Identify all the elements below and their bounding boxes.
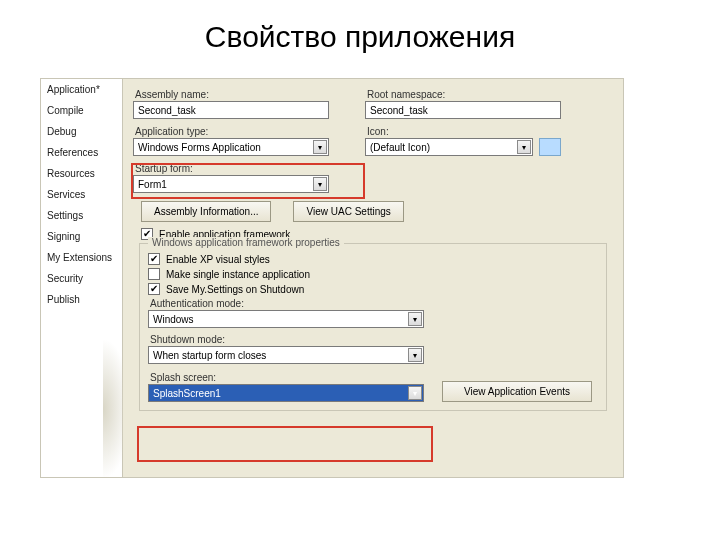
single-instance-checkbox[interactable]: Make single instance application — [148, 268, 598, 280]
tab-publish[interactable]: Publish — [41, 289, 122, 310]
shutdown-mode-combo[interactable]: When startup form closes ▾ — [148, 346, 424, 364]
framework-properties-fieldset: Windows application framework properties… — [139, 243, 607, 411]
tab-compile[interactable]: Compile — [41, 100, 122, 121]
application-type-combo[interactable]: Windows Forms Application ▾ — [133, 138, 329, 156]
page-title: Свойство приложения — [0, 0, 720, 70]
tab-services[interactable]: Services — [41, 184, 122, 205]
splash-screen-combo[interactable]: SplashScreen1 ▾ — [148, 384, 424, 402]
shutdown-mode-label: Shutdown mode: — [150, 334, 598, 345]
chevron-down-icon: ▾ — [313, 140, 327, 154]
auth-mode-label: Authentication mode: — [150, 298, 598, 309]
tab-security[interactable]: Security — [41, 268, 122, 289]
tab-list: Application* Compile Debug References Re… — [41, 79, 123, 477]
save-settings-checkbox[interactable]: ✔ Save My.Settings on Shutdown — [148, 283, 598, 295]
view-uac-settings-button[interactable]: View UAC Settings — [293, 201, 403, 222]
chevron-down-icon: ▾ — [517, 140, 531, 154]
icon-label: Icon: — [367, 126, 561, 137]
tab-references[interactable]: References — [41, 142, 122, 163]
icon-combo[interactable]: (Default Icon) ▾ — [365, 138, 533, 156]
single-instance-label: Make single instance application — [166, 269, 310, 280]
save-settings-label: Save My.Settings on Shutdown — [166, 284, 304, 295]
root-namespace-input[interactable]: Second_task — [365, 101, 561, 119]
tab-application[interactable]: Application* — [41, 79, 122, 100]
chevron-down-icon: ▾ — [408, 348, 422, 362]
assembly-name-input[interactable]: Second_task — [133, 101, 329, 119]
fieldset-legend: Windows application framework properties — [148, 237, 344, 248]
tab-signing[interactable]: Signing — [41, 226, 122, 247]
startup-form-label: Startup form: — [135, 163, 329, 174]
assembly-information-button[interactable]: Assembly Information... — [141, 201, 271, 222]
tab-my-extensions[interactable]: My Extensions — [41, 247, 122, 268]
chevron-down-icon: ▾ — [408, 386, 422, 400]
view-application-events-button[interactable]: View Application Events — [442, 381, 592, 402]
xp-styles-checkbox[interactable]: ✔ Enable XP visual styles — [148, 253, 598, 265]
checkbox-icon: ✔ — [148, 283, 160, 295]
application-type-label: Application type: — [135, 126, 329, 137]
checkbox-icon: ✔ — [148, 253, 160, 265]
splash-screen-label: Splash screen: — [150, 372, 424, 383]
xp-styles-label: Enable XP visual styles — [166, 254, 270, 265]
tab-debug[interactable]: Debug — [41, 121, 122, 142]
tab-resources[interactable]: Resources — [41, 163, 122, 184]
checkbox-icon — [148, 268, 160, 280]
auth-mode-combo[interactable]: Windows ▾ — [148, 310, 424, 328]
assembly-name-label: Assembly name: — [135, 89, 329, 100]
startup-form-combo[interactable]: Form1 ▾ — [133, 175, 329, 193]
icon-preview — [539, 138, 561, 156]
application-page: Assembly name: Second_task Root namespac… — [123, 79, 623, 477]
chevron-down-icon: ▾ — [408, 312, 422, 326]
tab-settings[interactable]: Settings — [41, 205, 122, 226]
properties-panel: Application* Compile Debug References Re… — [40, 78, 624, 478]
chevron-down-icon: ▾ — [313, 177, 327, 191]
root-namespace-label: Root namespace: — [367, 89, 561, 100]
